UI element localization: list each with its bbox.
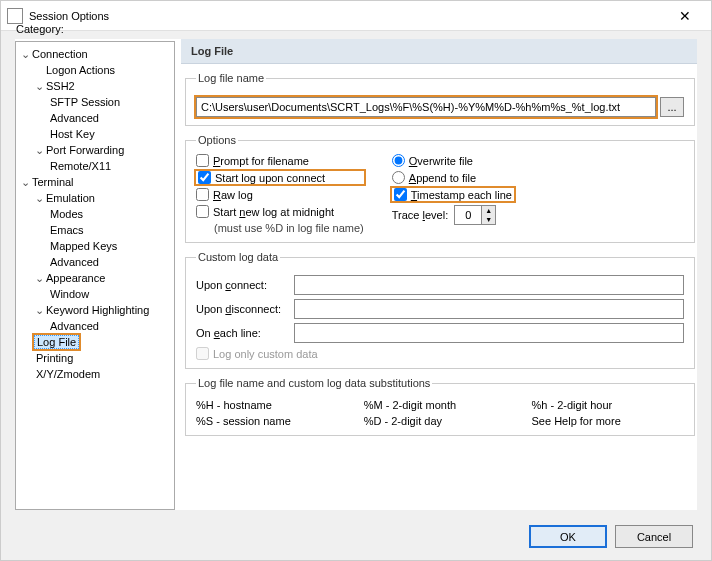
sub-more: See Help for more	[532, 415, 685, 427]
tree-emu-advanced[interactable]: Advanced	[48, 254, 172, 270]
app-icon	[7, 8, 23, 24]
tree-window[interactable]: Window	[48, 286, 172, 302]
upon-disconnect-label: Upon disconnect:	[196, 303, 286, 315]
tree-sftp[interactable]: SFTP Session	[48, 94, 172, 110]
sub-H: %H - hostname	[196, 399, 364, 411]
sub-D: %D - 2-digit day	[364, 415, 532, 427]
custom-log-group: Custom log data Upon connect: Upon disco…	[185, 251, 695, 369]
overwrite-radio[interactable]: Overwrite file	[392, 154, 514, 167]
sub-h: %h - 2-digit hour	[532, 399, 685, 411]
trace-level-label: Trace level:	[392, 209, 448, 221]
spin-down-icon[interactable]: ▼	[481, 215, 495, 224]
on-each-line-label: On each line:	[196, 327, 286, 339]
dialog-button-bar: OK Cancel	[529, 525, 693, 548]
start-upon-connect-check[interactable]: Start log upon connect	[196, 171, 364, 184]
title-bar: Session Options ✕	[1, 1, 711, 31]
tree-log-file[interactable]: Log File	[34, 334, 172, 350]
tree-emacs[interactable]: Emacs	[48, 222, 172, 238]
session-options-window: Session Options ✕ Category: ⌄Connection …	[0, 0, 712, 561]
log-filename-legend: Log file name	[196, 72, 266, 84]
tree-printing[interactable]: Printing	[34, 350, 172, 366]
start-midnight-check[interactable]: Start new log at midnight	[196, 205, 364, 218]
tree-appearance[interactable]: ⌄Appearance Window	[34, 270, 172, 302]
tree-ssh2-advanced[interactable]: Advanced	[48, 110, 172, 126]
log-only-custom-check: Log only custom data	[196, 347, 684, 360]
sub-M: %M - 2-digit month	[364, 399, 532, 411]
settings-pane: Log File Log file name ... Options PProm…	[181, 39, 697, 510]
options-legend: Options	[196, 134, 238, 146]
upon-disconnect-input[interactable]	[294, 299, 684, 319]
content-area: Category: ⌄Connection Logon Actions ⌄SSH…	[15, 39, 697, 510]
substitutions-legend: Log file name and custom log data substi…	[196, 377, 432, 389]
log-filename-group: Log file name ...	[185, 72, 695, 126]
browse-button[interactable]: ...	[660, 97, 684, 117]
on-each-line-input[interactable]	[294, 323, 684, 343]
tree-emulation[interactable]: ⌄Emulation Modes Emacs Mapped Keys Advan…	[34, 190, 172, 270]
tree-logon-actions[interactable]: Logon Actions	[34, 62, 172, 78]
trace-level-spinner[interactable]: ▲▼	[454, 205, 496, 225]
sub-S: %S - session name	[196, 415, 364, 427]
cancel-button[interactable]: Cancel	[615, 525, 693, 548]
append-radio[interactable]: Append to file	[392, 171, 514, 184]
tree-port-forwarding[interactable]: ⌄Port Forwarding Remote/X11	[34, 142, 172, 174]
close-icon[interactable]: ✕	[665, 8, 705, 24]
prompt-filename-check[interactable]: PPrompt for filenamerompt for filename	[196, 154, 364, 167]
raw-log-check[interactable]: Raw log	[196, 188, 364, 201]
tree-modes[interactable]: Modes	[48, 206, 172, 222]
options-group: Options PPrompt for filenamerompt for fi…	[185, 134, 695, 243]
midnight-note: (must use %D in log file name)	[196, 222, 364, 234]
spin-up-icon[interactable]: ▲	[481, 206, 495, 215]
tree-terminal[interactable]: ⌄Terminal ⌄Emulation Modes Emacs Mapped …	[20, 174, 172, 382]
timestamp-check[interactable]: Timestamp each line	[392, 188, 514, 201]
ok-button[interactable]: OK	[529, 525, 607, 548]
tree-kw-advanced[interactable]: Advanced	[48, 318, 172, 334]
tree-remote-x11[interactable]: Remote/X11	[48, 158, 172, 174]
category-label: Category:	[16, 23, 64, 35]
substitutions-group: Log file name and custom log data substi…	[185, 377, 695, 436]
log-filename-input[interactable]	[196, 97, 656, 117]
tree-hostkey[interactable]: Host Key	[48, 126, 172, 142]
tree-ssh2[interactable]: ⌄SSH2 SFTP Session Advanced Host Key	[34, 78, 172, 142]
category-tree[interactable]: ⌄Connection Logon Actions ⌄SSH2 SFTP Ses…	[15, 41, 175, 510]
pane-header: Log File	[181, 39, 697, 64]
window-title: Session Options	[29, 10, 665, 22]
trace-level-input[interactable]	[455, 206, 481, 224]
tree-keyword-highlighting[interactable]: ⌄Keyword Highlighting Advanced	[34, 302, 172, 334]
upon-connect-label: Upon connect:	[196, 279, 286, 291]
tree-mapped-keys[interactable]: Mapped Keys	[48, 238, 172, 254]
upon-connect-input[interactable]	[294, 275, 684, 295]
tree-connection[interactable]: ⌄Connection Logon Actions ⌄SSH2 SFTP Ses…	[20, 46, 172, 174]
custom-log-legend: Custom log data	[196, 251, 280, 263]
tree-xyzmodem[interactable]: X/Y/Zmodem	[34, 366, 172, 382]
